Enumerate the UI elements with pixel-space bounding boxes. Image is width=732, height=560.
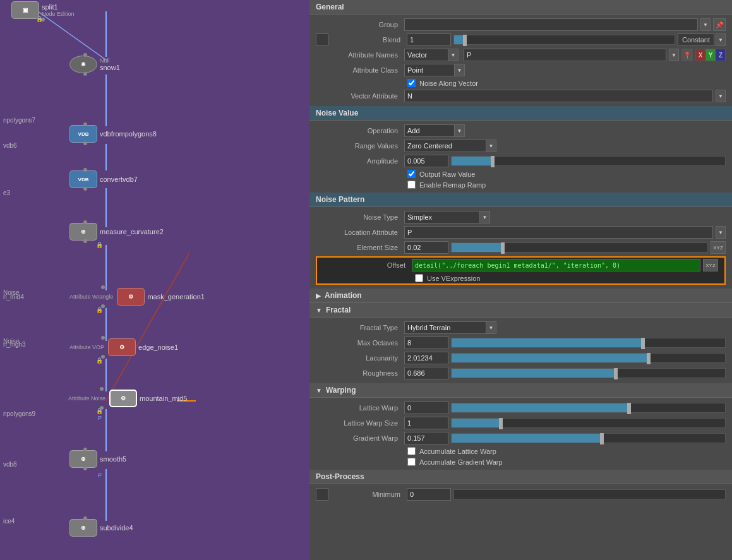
node-subdivide4[interactable]: ⊕ subdivide4 bbox=[69, 519, 133, 537]
operation-dropdown[interactable]: Add ▼ bbox=[404, 124, 465, 137]
vector-type-dropdown[interactable]: Vector ▼ bbox=[404, 49, 459, 61]
node-icon-snow1: ❋ bbox=[69, 56, 97, 73]
operation-arrow[interactable]: ▼ bbox=[455, 124, 465, 137]
fractal-type-dropdown[interactable]: Hybrid Terrain ▼ bbox=[404, 321, 496, 334]
fractal-type-select[interactable]: Hybrid Terrain bbox=[404, 321, 486, 334]
attribute-class-select[interactable]: Point bbox=[404, 64, 455, 76]
warping-label: Warping bbox=[326, 386, 356, 395]
lattice-warp-size-slider[interactable] bbox=[451, 418, 726, 428]
group-dropdown-arrow[interactable]: ▼ bbox=[700, 18, 711, 31]
section-header-warping[interactable]: ▼ Warping bbox=[309, 383, 732, 398]
group-pin-btn[interactable]: 📌 bbox=[713, 18, 726, 31]
node-label-smooth5: smooth5 bbox=[100, 455, 126, 463]
enable-remap-ramp-checkbox[interactable] bbox=[407, 181, 416, 189]
noise-along-vector-checkbox[interactable] bbox=[407, 79, 416, 87]
fractal-type-arrow[interactable]: ▼ bbox=[486, 321, 496, 334]
field-value-operation: Add ▼ bbox=[404, 124, 726, 137]
amplitude-input[interactable] bbox=[404, 155, 448, 167]
btn-y[interactable]: Y bbox=[705, 49, 716, 61]
pin-icon[interactable]: 📍 bbox=[681, 49, 693, 61]
lacunarity-slider[interactable] bbox=[451, 353, 726, 363]
lacunarity-input[interactable] bbox=[404, 352, 448, 364]
section-header-noise-value[interactable]: Noise Value bbox=[309, 106, 732, 121]
field-value-max-octaves bbox=[404, 337, 726, 349]
field-row-location-attribute: Location Attribute ▼ bbox=[309, 225, 732, 240]
roughness-slider[interactable] bbox=[451, 368, 726, 378]
noise-type-select[interactable]: Simplex bbox=[404, 211, 480, 223]
node-mask-generation1[interactable]: Attribute Wrangle ⚙ mask_generation1 bbox=[69, 288, 205, 306]
vector-attribute-arrow[interactable]: ▼ bbox=[716, 90, 726, 102]
noise-type-dropdown[interactable]: Simplex ▼ bbox=[404, 211, 490, 223]
minimum-checkbox[interactable] bbox=[316, 488, 328, 501]
operation-select[interactable]: Add bbox=[404, 124, 455, 137]
node-icon-convertvdb7: VDB bbox=[69, 170, 97, 188]
node-dot-top bbox=[101, 285, 105, 289]
field-value-blend: Constant ▼ bbox=[407, 33, 726, 46]
btn-x[interactable]: X bbox=[695, 49, 705, 61]
group-input[interactable] bbox=[404, 18, 698, 31]
lattice-warp-size-input[interactable] bbox=[404, 417, 448, 429]
offset-input[interactable] bbox=[412, 259, 700, 271]
lattice-warp-slider[interactable] bbox=[451, 403, 726, 413]
max-octaves-slider[interactable] bbox=[451, 338, 726, 348]
attribute-class-dropdown[interactable]: Point ▼ bbox=[404, 64, 465, 76]
section-body-noise-pattern: Noise Type Simplex ▼ Location Attribute … bbox=[309, 207, 732, 289]
section-header-noise-pattern[interactable]: Noise Pattern bbox=[309, 193, 732, 207]
node-smooth5[interactable]: ⊕ smooth5 bbox=[69, 450, 126, 468]
node-edge-noise1[interactable]: Attribute VOP ⚙ edge_noise1 bbox=[69, 338, 178, 356]
node-measure-curvature2[interactable]: ⊕ measure_curvature2 bbox=[69, 223, 164, 241]
max-octaves-input[interactable] bbox=[404, 337, 448, 349]
node-snow1[interactable]: ❋ Null snow1 bbox=[69, 56, 120, 73]
gradient-warp-slider[interactable] bbox=[451, 433, 726, 443]
roughness-input[interactable] bbox=[404, 367, 448, 379]
accumulate-lattice-warp-checkbox[interactable] bbox=[407, 447, 416, 455]
field-value-lattice-warp bbox=[404, 402, 726, 414]
btn-z[interactable]: Z bbox=[716, 49, 726, 61]
offset-xyz-btn[interactable]: XYZ bbox=[703, 259, 718, 271]
attribute-class-arrow[interactable]: ▼ bbox=[455, 64, 465, 76]
minimum-slider[interactable] bbox=[453, 489, 726, 499]
element-size-input[interactable] bbox=[404, 241, 448, 254]
accumulate-lattice-warp-label: Accumulate Lattice Warp bbox=[419, 448, 496, 455]
lock-icon: 🔒 bbox=[96, 408, 103, 414]
blend-input[interactable] bbox=[407, 33, 451, 46]
vector-type-arrow[interactable]: ▼ bbox=[448, 49, 459, 61]
range-values-arrow[interactable]: ▼ bbox=[486, 140, 496, 152]
node-label-mask-generation1: mask_generation1 bbox=[147, 293, 205, 301]
field-row-lattice-warp-size: Lattice Warp Size bbox=[309, 415, 732, 431]
node-convertvdb7[interactable]: VDB convertvdb7 bbox=[69, 170, 138, 188]
output-raw-value-checkbox[interactable] bbox=[407, 170, 416, 178]
attribute-names-dropdown-arrow[interactable]: ▼ bbox=[669, 49, 679, 61]
sidebar-label-npolygons7: npolygons7 bbox=[3, 117, 35, 124]
section-header-animation[interactable]: ▶ Animation bbox=[309, 289, 732, 303]
field-value-roughness bbox=[404, 367, 726, 379]
use-vexpression-checkbox[interactable] bbox=[415, 274, 423, 282]
node-mountain-mid5[interactable]: Attribute Noise ⚙ mountain_mid5 bbox=[68, 390, 187, 407]
field-row-attribute-class: Attribute Class Point ▼ bbox=[309, 63, 732, 78]
range-values-select[interactable]: Zero Centered bbox=[404, 140, 486, 152]
vector-attribute-input[interactable] bbox=[404, 90, 713, 102]
section-header-general[interactable]: General bbox=[309, 0, 732, 15]
node-vdbfrompolygons8[interactable]: VDB vdbfrompolygons8 bbox=[69, 125, 157, 143]
blend-slider[interactable] bbox=[453, 35, 675, 45]
accumulate-gradient-warp-checkbox[interactable] bbox=[407, 458, 416, 466]
blend-type-dropdown[interactable]: Constant ▼ bbox=[678, 33, 726, 46]
attribute-names-input[interactable] bbox=[464, 49, 666, 61]
properties-panel: General Group ▼ 📌 Blend Constant bbox=[309, 0, 732, 560]
minimum-input[interactable] bbox=[407, 488, 451, 501]
field-value-range-values: Zero Centered ▼ bbox=[404, 140, 726, 152]
range-values-dropdown[interactable]: Zero Centered ▼ bbox=[404, 140, 496, 152]
element-size-slider[interactable] bbox=[451, 242, 708, 253]
blend-checkbox[interactable] bbox=[316, 33, 328, 46]
field-value-lattice-warp-size bbox=[404, 417, 726, 429]
amplitude-slider[interactable] bbox=[451, 156, 726, 166]
lattice-warp-input[interactable] bbox=[404, 402, 448, 414]
gradient-warp-input[interactable] bbox=[404, 432, 448, 444]
location-attribute-input[interactable] bbox=[404, 226, 713, 239]
element-size-xyz-btn[interactable]: XYZ bbox=[711, 241, 726, 254]
noise-type-arrow[interactable]: ▼ bbox=[480, 211, 490, 223]
location-attribute-arrow[interactable]: ▼ bbox=[716, 226, 726, 239]
vector-type-select[interactable]: Vector bbox=[404, 49, 448, 61]
section-header-post-process[interactable]: Post-Process bbox=[309, 470, 732, 484]
section-header-fractal[interactable]: ▼ Fractal bbox=[309, 303, 732, 318]
